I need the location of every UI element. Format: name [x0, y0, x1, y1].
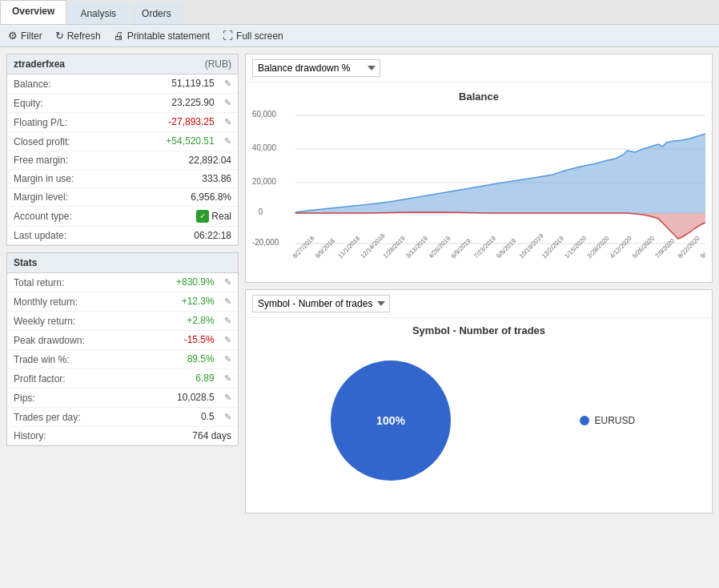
legend-item-eurusd: EURUSD [580, 415, 635, 426]
balance-chart-container: 60,000 40,000 20,000 0 -20,000 [252, 103, 705, 279]
table-row: Trade win %: 89.5% ✎ [7, 350, 238, 369]
printable-label: Printable statement [127, 30, 210, 42]
profit-factor-edit[interactable]: ✎ [220, 373, 231, 385]
account-type-text: Real [211, 211, 231, 222]
pips-label: Pips: [7, 389, 135, 408]
peak-drawdown-label: Peak drawdown: [7, 331, 135, 350]
symbol-chart-select[interactable]: Symbol - Number of trades [252, 295, 390, 312]
x-label: 4/26/2019 [428, 234, 452, 260]
tab-orders[interactable]: Orders [130, 2, 183, 24]
account-type-value: ✓ Real [118, 207, 238, 227]
trade-win-label: Trade win %: [7, 350, 135, 369]
stats-panel: Stats Total return: +830.9% ✎ Monthly re… [6, 252, 239, 446]
floating-edit-icon[interactable]: ✎ [220, 117, 231, 128]
table-row: Monthly return: +12.3% ✎ [7, 292, 238, 312]
symbol-chart-title: Symbol - Number of trades [246, 318, 712, 336]
fullscreen-button[interactable]: ⛶ Full screen [223, 30, 283, 42]
history-label: History: [7, 427, 135, 445]
drawdown-area-fill [295, 212, 705, 239]
refresh-button[interactable]: ↻ Refresh [55, 30, 101, 42]
account-type-label: Account type: [7, 207, 118, 227]
pie-chart-svg: 100% [323, 352, 459, 489]
table-row: Balance: 51,119.15 ✎ [7, 75, 238, 94]
fullscreen-label: Full screen [236, 30, 283, 42]
closed-edit-icon[interactable]: ✎ [220, 136, 231, 147]
account-table: Balance: 51,119.15 ✎ Equity: 23,225.90 ✎… [7, 75, 238, 245]
balance-chart-select[interactable]: Balance drawdown % Balance Drawdown [252, 59, 380, 77]
stats-table: Total return: +830.9% ✎ Monthly return: … [7, 273, 238, 445]
stats-title: Stats [14, 257, 37, 268]
free-margin-value: 22,892.04 [118, 151, 238, 170]
x-label: 9/5/2019 [495, 237, 517, 260]
legend-label-eurusd: EURUSD [594, 415, 635, 426]
filter-icon: ⚙ [8, 30, 18, 42]
x-label: 5/26/2020 [631, 234, 656, 260]
refresh-label: Refresh [67, 30, 101, 42]
real-badge: ✓ Real [196, 210, 231, 223]
pie-wrapper: 100% [323, 352, 459, 489]
equity-edit-icon[interactable]: ✎ [220, 98, 231, 109]
right-column: Balance drawdown % Balance Drawdown Bala… [245, 54, 713, 513]
profit-factor-label: Profit factor: [7, 369, 135, 389]
account-username: ztraderfxea [14, 58, 65, 70]
symbol-chart-header: Symbol - Number of trades [246, 290, 712, 318]
total-return-label: Total return: [7, 273, 135, 292]
balance-chart-area: Balance 60,000 40,000 20,000 0 -20,000 [246, 83, 712, 282]
table-row: Free margin: 22,892.04 [7, 151, 238, 170]
y-label-neg20k: -20,000 [252, 238, 279, 247]
refresh-icon: ↻ [55, 30, 64, 42]
balance-chart-title: Balance [252, 86, 705, 103]
balance-chart-header: Balance drawdown % Balance Drawdown [246, 54, 712, 83]
filter-button[interactable]: ⚙ Filter [8, 30, 42, 42]
tab-overview[interactable]: Overview [0, 0, 66, 24]
monthly-return-edit[interactable]: ✎ [220, 296, 231, 308]
account-currency: (RUB) [205, 58, 231, 70]
margin-use-value: 333.86 [118, 170, 238, 188]
weekly-return-value: +2.8% ✎ [135, 312, 238, 331]
closed-profit-label: Closed profit: [7, 132, 118, 151]
pips-value: 10,028.5 ✎ [135, 389, 238, 408]
balance-label: Balance: [7, 75, 118, 94]
trade-win-edit[interactable]: ✎ [220, 354, 231, 365]
pie-center-label: 100% [376, 414, 405, 427]
y-label-20k: 20,000 [252, 177, 276, 186]
table-row: Equity: 23,225.90 ✎ [7, 94, 238, 113]
table-row: History: 764 days [7, 427, 238, 445]
total-return-value: +830.9% ✎ [135, 273, 238, 292]
printable-button[interactable]: 🖨 Printable statement [114, 30, 210, 42]
symbol-chart-panel: Symbol - Number of trades Symbol - Numbe… [245, 289, 713, 513]
trades-per-day-label: Trades per day: [7, 408, 135, 427]
equity-value: 23,225.90 ✎ [118, 94, 238, 113]
balance-edit-icon[interactable]: ✎ [220, 79, 231, 90]
peak-drawdown-edit[interactable]: ✎ [220, 335, 231, 346]
trades-per-day-edit[interactable]: ✎ [220, 412, 231, 423]
peak-drawdown-value: -15.5% ✎ [135, 331, 238, 350]
x-label: 8/27/2018 [291, 234, 316, 260]
table-row: Peak drawdown: -15.5% ✎ [7, 331, 238, 350]
print-icon: 🖨 [114, 30, 124, 42]
table-row: Pips: 10,028.5 ✎ [7, 389, 238, 408]
table-row: Last update: 06:22:18 [7, 227, 238, 245]
margin-use-label: Margin in use: [7, 170, 118, 188]
margin-level-label: Margin level: [7, 188, 118, 207]
tab-analysis[interactable]: Analysis [68, 2, 128, 24]
y-label-0: 0 [259, 207, 263, 216]
x-label: 7/9/2020 [654, 237, 677, 260]
x-label: 4/12/2020 [609, 234, 633, 260]
closed-profit-value: +54,520.51 ✎ [118, 132, 238, 151]
equity-label: Equity: [7, 94, 118, 113]
floating-pl-label: Floating P/L: [7, 113, 118, 132]
checkmark-icon: ✓ [196, 210, 209, 223]
total-return-edit[interactable]: ✎ [220, 277, 231, 288]
table-row: Weekly return: +2.8% ✎ [7, 312, 238, 331]
balance-chart-panel: Balance drawdown % Balance Drawdown Bala… [245, 54, 713, 283]
pips-edit[interactable]: ✎ [220, 393, 231, 404]
table-row: Closed profit: +54,520.51 ✎ [7, 132, 238, 151]
x-label: 2/28/2020 [586, 234, 611, 260]
pie-chart-container: 100% EURUSD [246, 336, 712, 513]
last-update-value: 06:22:18 [118, 227, 238, 245]
table-row: Trades per day: 0.5 ✎ [7, 408, 238, 427]
history-value: 764 days [135, 427, 238, 445]
weekly-return-edit[interactable]: ✎ [220, 316, 231, 327]
floating-pl-value: -27,893.25 ✎ [118, 113, 238, 132]
